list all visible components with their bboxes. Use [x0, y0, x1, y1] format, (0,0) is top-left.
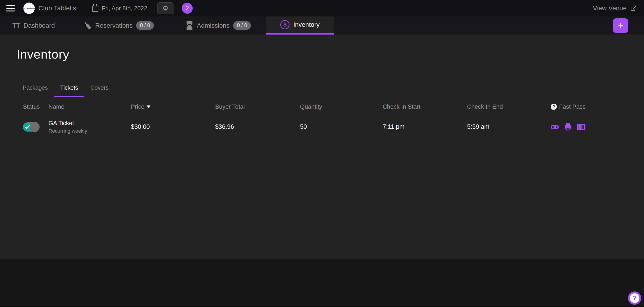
- date-label: Fri, Apr 8th, 2022: [102, 5, 147, 12]
- table-row: GA Ticket Recurring weekly $30.00 $36.96…: [0, 120, 644, 134]
- question-icon: ?: [630, 293, 640, 303]
- bottle-icon: [83, 20, 92, 31]
- header-price: Price: [131, 103, 144, 110]
- ticket-price: $30.00: [131, 123, 150, 130]
- header-check-in-end: Check In End: [467, 103, 551, 110]
- calendar-icon: [92, 6, 98, 12]
- sort-desc-icon: [147, 106, 150, 108]
- header-name: Name: [48, 103, 131, 110]
- toggle-knob: [30, 122, 40, 132]
- tab-inventory[interactable]: $ Inventory: [266, 16, 334, 34]
- table-header-row: Status Name Price Buyer Total Quantity C…: [0, 103, 644, 110]
- add-button[interactable]: +: [613, 18, 628, 33]
- dashboard-logo-icon: TT: [12, 22, 20, 30]
- page-title: Inventory: [16, 47, 69, 61]
- tab-admissions[interactable]: Admissions 0 / 0: [186, 16, 251, 34]
- ticket-check-in-end: 5:59 am: [467, 123, 490, 130]
- fast-pass-help-icon[interactable]: ?: [551, 104, 557, 110]
- ticket-check-in-start: 7:11 pm: [383, 123, 404, 130]
- notification-badge[interactable]: 2: [182, 3, 193, 14]
- header-status: Status: [23, 103, 48, 110]
- external-link-icon: [630, 5, 637, 12]
- tab-inventory-label: Inventory: [293, 21, 320, 28]
- subtab-tickets[interactable]: Tickets: [54, 80, 84, 97]
- nav-bar: TT Dashboard Reservations 0 / 0 Admissio…: [0, 16, 644, 34]
- gear-icon: ⚙: [162, 5, 168, 12]
- ticket-subtitle: Recurring weekly: [48, 128, 131, 134]
- header-fast-pass: Fast Pass: [559, 103, 586, 110]
- fast-pass-actions: [551, 123, 644, 131]
- printer-icon[interactable]: [564, 123, 572, 131]
- header-price-sort[interactable]: Price: [131, 103, 215, 110]
- venue-logo: TT TABLELIST: [23, 2, 35, 14]
- settings-button[interactable]: ⚙: [157, 2, 174, 14]
- ticket-quantity: 50: [300, 123, 307, 130]
- header-buyer-total: Buyer Total: [215, 103, 300, 110]
- help-button[interactable]: ?: [628, 292, 641, 305]
- date-picker[interactable]: Fri, Apr 8th, 2022: [92, 0, 147, 16]
- tab-reservations-label: Reservations: [95, 22, 132, 29]
- ticket-icon: [186, 21, 193, 30]
- ticket-name: GA Ticket: [48, 120, 131, 127]
- view-venue-label: View Venue: [593, 4, 626, 12]
- footer-strip: [0, 305, 644, 307]
- hamburger-menu-icon[interactable]: [6, 5, 15, 12]
- header-check-in-start: Check In Start: [383, 103, 467, 110]
- tab-reservations[interactable]: Reservations 0 / 0: [84, 16, 154, 34]
- inventory-subtabs: Packages Tickets Covers: [16, 80, 628, 97]
- ticket-buyer-total: $36.96: [215, 123, 234, 130]
- tab-dashboard-label: Dashboard: [24, 22, 55, 29]
- venue-logo-text: TT TABLELIST: [23, 8, 35, 9]
- link-icon[interactable]: [551, 124, 559, 130]
- subtab-covers[interactable]: Covers: [84, 80, 115, 97]
- admissions-count-badge: 0 / 0: [233, 21, 251, 30]
- main-content: Inventory Packages Tickets Covers Status…: [0, 34, 644, 259]
- venue-name: Club Tablelist: [38, 4, 78, 12]
- dollar-circle-icon: $: [280, 20, 290, 29]
- barcode-icon[interactable]: [577, 124, 586, 130]
- tab-admissions-label: Admissions: [197, 22, 230, 29]
- header-quantity: Quantity: [300, 103, 383, 110]
- reservations-count-badge: 0 / 0: [136, 21, 154, 30]
- view-venue-link[interactable]: View Venue: [593, 0, 637, 16]
- check-icon: [25, 124, 30, 130]
- status-toggle[interactable]: [23, 122, 39, 132]
- footer-area: [0, 259, 644, 307]
- tab-dashboard[interactable]: TT Dashboard: [12, 16, 55, 34]
- top-bar: TT TABLELIST Club Tablelist Fri, Apr 8th…: [0, 0, 644, 16]
- subtab-packages[interactable]: Packages: [16, 80, 54, 97]
